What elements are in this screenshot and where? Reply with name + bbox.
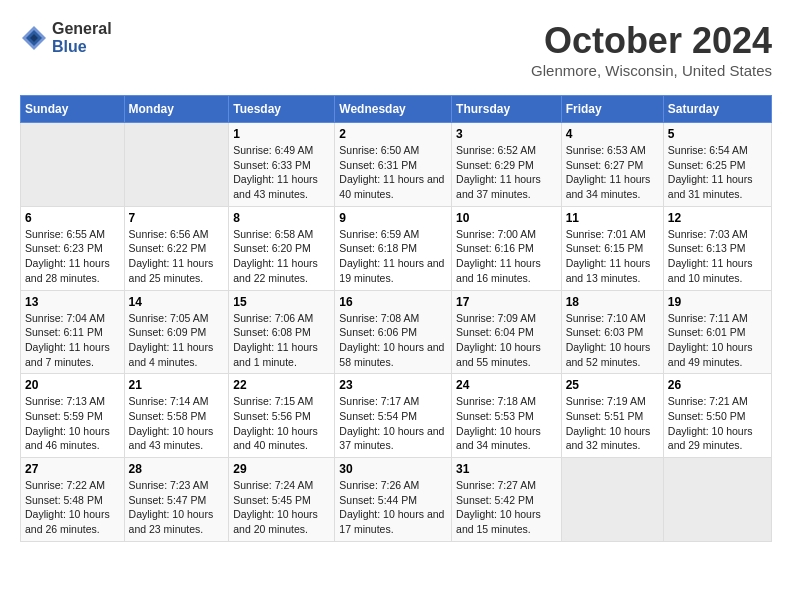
calendar-cell: 2Sunrise: 6:50 AMSunset: 6:31 PMDaylight… <box>335 123 452 207</box>
cell-content: Sunrise: 7:10 AMSunset: 6:03 PMDaylight:… <box>566 311 659 370</box>
day-number: 27 <box>25 462 120 476</box>
cell-content: Sunrise: 7:08 AMSunset: 6:06 PMDaylight:… <box>339 311 447 370</box>
weekday-header-sunday: Sunday <box>21 96 125 123</box>
cell-content: Sunrise: 7:23 AMSunset: 5:47 PMDaylight:… <box>129 478 225 537</box>
calendar-cell: 24Sunrise: 7:18 AMSunset: 5:53 PMDayligh… <box>452 374 562 458</box>
day-number: 2 <box>339 127 447 141</box>
day-number: 16 <box>339 295 447 309</box>
title-block: October 2024 Glenmore, Wisconsin, United… <box>531 20 772 79</box>
day-number: 14 <box>129 295 225 309</box>
calendar-cell: 14Sunrise: 7:05 AMSunset: 6:09 PMDayligh… <box>124 290 229 374</box>
month-title: October 2024 <box>531 20 772 62</box>
cell-content: Sunrise: 7:15 AMSunset: 5:56 PMDaylight:… <box>233 394 330 453</box>
calendar-cell: 22Sunrise: 7:15 AMSunset: 5:56 PMDayligh… <box>229 374 335 458</box>
day-number: 12 <box>668 211 767 225</box>
logo-text: General Blue <box>52 20 112 55</box>
calendar-cell: 17Sunrise: 7:09 AMSunset: 6:04 PMDayligh… <box>452 290 562 374</box>
cell-content: Sunrise: 7:13 AMSunset: 5:59 PMDaylight:… <box>25 394 120 453</box>
cell-content: Sunrise: 7:14 AMSunset: 5:58 PMDaylight:… <box>129 394 225 453</box>
calendar-cell: 19Sunrise: 7:11 AMSunset: 6:01 PMDayligh… <box>663 290 771 374</box>
location: Glenmore, Wisconsin, United States <box>531 62 772 79</box>
calendar-cell: 28Sunrise: 7:23 AMSunset: 5:47 PMDayligh… <box>124 458 229 542</box>
calendar-cell: 16Sunrise: 7:08 AMSunset: 6:06 PMDayligh… <box>335 290 452 374</box>
cell-content: Sunrise: 7:26 AMSunset: 5:44 PMDaylight:… <box>339 478 447 537</box>
calendar-cell <box>561 458 663 542</box>
day-number: 8 <box>233 211 330 225</box>
calendar-cell: 10Sunrise: 7:00 AMSunset: 6:16 PMDayligh… <box>452 206 562 290</box>
cell-content: Sunrise: 6:55 AMSunset: 6:23 PMDaylight:… <box>25 227 120 286</box>
day-number: 7 <box>129 211 225 225</box>
day-number: 13 <box>25 295 120 309</box>
calendar-week-2: 6Sunrise: 6:55 AMSunset: 6:23 PMDaylight… <box>21 206 772 290</box>
day-number: 3 <box>456 127 557 141</box>
day-number: 30 <box>339 462 447 476</box>
cell-content: Sunrise: 7:17 AMSunset: 5:54 PMDaylight:… <box>339 394 447 453</box>
cell-content: Sunrise: 7:18 AMSunset: 5:53 PMDaylight:… <box>456 394 557 453</box>
day-number: 11 <box>566 211 659 225</box>
cell-content: Sunrise: 6:52 AMSunset: 6:29 PMDaylight:… <box>456 143 557 202</box>
day-number: 6 <box>25 211 120 225</box>
day-number: 9 <box>339 211 447 225</box>
day-number: 20 <box>25 378 120 392</box>
calendar-cell: 21Sunrise: 7:14 AMSunset: 5:58 PMDayligh… <box>124 374 229 458</box>
cell-content: Sunrise: 7:24 AMSunset: 5:45 PMDaylight:… <box>233 478 330 537</box>
logo-blue-text: Blue <box>52 38 112 56</box>
calendar-cell <box>21 123 125 207</box>
cell-content: Sunrise: 7:01 AMSunset: 6:15 PMDaylight:… <box>566 227 659 286</box>
calendar-week-5: 27Sunrise: 7:22 AMSunset: 5:48 PMDayligh… <box>21 458 772 542</box>
day-number: 23 <box>339 378 447 392</box>
day-number: 10 <box>456 211 557 225</box>
cell-content: Sunrise: 7:09 AMSunset: 6:04 PMDaylight:… <box>456 311 557 370</box>
calendar-cell: 7Sunrise: 6:56 AMSunset: 6:22 PMDaylight… <box>124 206 229 290</box>
day-number: 17 <box>456 295 557 309</box>
calendar-cell: 9Sunrise: 6:59 AMSunset: 6:18 PMDaylight… <box>335 206 452 290</box>
weekday-row: SundayMondayTuesdayWednesdayThursdayFrid… <box>21 96 772 123</box>
calendar-cell: 4Sunrise: 6:53 AMSunset: 6:27 PMDaylight… <box>561 123 663 207</box>
calendar-cell: 23Sunrise: 7:17 AMSunset: 5:54 PMDayligh… <box>335 374 452 458</box>
calendar-cell: 8Sunrise: 6:58 AMSunset: 6:20 PMDaylight… <box>229 206 335 290</box>
cell-content: Sunrise: 7:11 AMSunset: 6:01 PMDaylight:… <box>668 311 767 370</box>
cell-content: Sunrise: 7:06 AMSunset: 6:08 PMDaylight:… <box>233 311 330 370</box>
calendar-cell: 3Sunrise: 6:52 AMSunset: 6:29 PMDaylight… <box>452 123 562 207</box>
cell-content: Sunrise: 6:56 AMSunset: 6:22 PMDaylight:… <box>129 227 225 286</box>
calendar-cell: 27Sunrise: 7:22 AMSunset: 5:48 PMDayligh… <box>21 458 125 542</box>
calendar-cell: 29Sunrise: 7:24 AMSunset: 5:45 PMDayligh… <box>229 458 335 542</box>
weekday-header-thursday: Thursday <box>452 96 562 123</box>
cell-content: Sunrise: 7:27 AMSunset: 5:42 PMDaylight:… <box>456 478 557 537</box>
cell-content: Sunrise: 7:22 AMSunset: 5:48 PMDaylight:… <box>25 478 120 537</box>
day-number: 1 <box>233 127 330 141</box>
weekday-header-wednesday: Wednesday <box>335 96 452 123</box>
day-number: 28 <box>129 462 225 476</box>
calendar-cell: 20Sunrise: 7:13 AMSunset: 5:59 PMDayligh… <box>21 374 125 458</box>
calendar-cell <box>124 123 229 207</box>
day-number: 5 <box>668 127 767 141</box>
day-number: 25 <box>566 378 659 392</box>
calendar-table: SundayMondayTuesdayWednesdayThursdayFrid… <box>20 95 772 542</box>
day-number: 19 <box>668 295 767 309</box>
day-number: 21 <box>129 378 225 392</box>
calendar-week-3: 13Sunrise: 7:04 AMSunset: 6:11 PMDayligh… <box>21 290 772 374</box>
cell-content: Sunrise: 6:53 AMSunset: 6:27 PMDaylight:… <box>566 143 659 202</box>
calendar-week-4: 20Sunrise: 7:13 AMSunset: 5:59 PMDayligh… <box>21 374 772 458</box>
calendar-cell: 11Sunrise: 7:01 AMSunset: 6:15 PMDayligh… <box>561 206 663 290</box>
calendar-cell: 13Sunrise: 7:04 AMSunset: 6:11 PMDayligh… <box>21 290 125 374</box>
calendar-cell: 15Sunrise: 7:06 AMSunset: 6:08 PMDayligh… <box>229 290 335 374</box>
cell-content: Sunrise: 7:00 AMSunset: 6:16 PMDaylight:… <box>456 227 557 286</box>
weekday-header-saturday: Saturday <box>663 96 771 123</box>
calendar-cell: 1Sunrise: 6:49 AMSunset: 6:33 PMDaylight… <box>229 123 335 207</box>
page-container: General Blue October 2024 Glenmore, Wisc… <box>0 0 792 552</box>
day-number: 18 <box>566 295 659 309</box>
cell-content: Sunrise: 6:59 AMSunset: 6:18 PMDaylight:… <box>339 227 447 286</box>
header: General Blue October 2024 Glenmore, Wisc… <box>20 20 772 79</box>
cell-content: Sunrise: 7:21 AMSunset: 5:50 PMDaylight:… <box>668 394 767 453</box>
calendar-cell: 25Sunrise: 7:19 AMSunset: 5:51 PMDayligh… <box>561 374 663 458</box>
calendar-cell: 31Sunrise: 7:27 AMSunset: 5:42 PMDayligh… <box>452 458 562 542</box>
logo-general-text: General <box>52 20 112 38</box>
day-number: 15 <box>233 295 330 309</box>
calendar-cell: 18Sunrise: 7:10 AMSunset: 6:03 PMDayligh… <box>561 290 663 374</box>
day-number: 22 <box>233 378 330 392</box>
weekday-header-friday: Friday <box>561 96 663 123</box>
cell-content: Sunrise: 7:19 AMSunset: 5:51 PMDaylight:… <box>566 394 659 453</box>
calendar-cell: 5Sunrise: 6:54 AMSunset: 6:25 PMDaylight… <box>663 123 771 207</box>
calendar-cell: 26Sunrise: 7:21 AMSunset: 5:50 PMDayligh… <box>663 374 771 458</box>
